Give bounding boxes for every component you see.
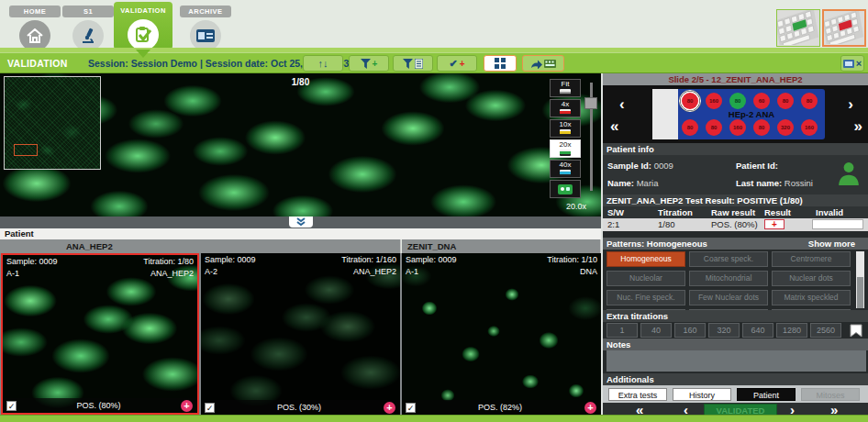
tab-archive-label: ARCHIVE (180, 6, 231, 17)
thumbnail-ana-hep2-1-80[interactable]: Sample: 0009Titration: 1/80 A-1ANA_HEP2 … (1, 253, 199, 415)
thumb-well: A-1 (406, 267, 418, 276)
thumb-sample: Sample: 0009 (205, 255, 256, 264)
thumb-result: POS. (82%) (416, 403, 584, 412)
thumb-checkbox[interactable]: ✓ (205, 403, 215, 413)
keyboard-reject-red-button[interactable] (822, 9, 866, 47)
tab-validation[interactable]: VALIDATION (114, 2, 172, 50)
well-10[interactable]: 80 (753, 119, 770, 136)
bookmark-icon[interactable] (850, 324, 862, 338)
first-slide-arrow[interactable]: « (610, 120, 618, 133)
titration-1-button[interactable]: 1 (606, 323, 638, 338)
pattern-nuclear-dots-button[interactable]: Nuclear dots (772, 271, 851, 286)
zoom-fit-button[interactable]: Fit (550, 79, 581, 97)
titration-2560-button[interactable]: 2560 (810, 323, 841, 338)
titration-160-button[interactable]: 160 (674, 323, 706, 338)
raw-result-value: POS. (80%) (711, 219, 758, 229)
pattern-coarse-speck-button[interactable]: Coarse speck. (689, 251, 768, 267)
slide-label-area (652, 89, 678, 139)
add-result-button[interactable]: + (584, 402, 596, 414)
patterns-scrollbar-thumb[interactable] (857, 277, 863, 308)
name-value: Maria (637, 178, 659, 188)
tab-s1[interactable]: S1 (62, 6, 114, 48)
thumb-checkbox[interactable]: ✓ (6, 401, 17, 411)
pattern-centromere-button[interactable]: Centromere (772, 251, 851, 267)
patient-button[interactable]: Patient (737, 388, 796, 401)
right-panel: Slide 2/5 - 12_ZENIT_ANA_HEP2 ‹ « › » HE… (601, 73, 868, 415)
well-3[interactable]: 80 (729, 93, 746, 109)
well-9[interactable]: 160 (729, 119, 746, 136)
notes-input[interactable] (606, 350, 866, 372)
well-8[interactable]: 80 (706, 119, 722, 136)
prev-slide-arrow[interactable]: ‹ (619, 98, 625, 111)
titration-40-button[interactable]: 40 (640, 323, 672, 338)
mitoses-button[interactable]: Mitoses (801, 388, 860, 401)
last-slide-arrow[interactable]: » (854, 120, 862, 133)
pattern-few-nuclear-dots-button[interactable]: Few Nuclear dots (689, 290, 768, 305)
well-6[interactable]: 80 (801, 93, 818, 109)
sw-value: 2:1 (607, 219, 619, 229)
zoom-40x-button[interactable]: 40x (550, 160, 581, 178)
well-12[interactable]: 160 (801, 119, 818, 136)
well-5[interactable]: 80 (777, 93, 794, 109)
well-4[interactable]: 60 (753, 93, 770, 109)
pattern-button-clipped[interactable] (689, 309, 768, 310)
next-slide-arrow[interactable]: › (848, 98, 853, 111)
patient-info-header: Patient info (603, 143, 868, 155)
pattern-button-clipped[interactable] (606, 309, 685, 310)
viewer-navigator-minimap[interactable] (4, 76, 101, 170)
titration-320-button[interactable]: 320 (708, 323, 740, 338)
archive-reader-icon (190, 20, 221, 51)
add-result-button[interactable]: + (181, 400, 193, 412)
test-group-header-zenit-dna: ZENIT_DNA (402, 239, 601, 253)
filter-list-button[interactable] (393, 55, 433, 72)
thumbnail-ana-hep2-1-160[interactable]: Sample: 0009Titration: 1/160 A-2ANA_HEP2… (201, 253, 400, 415)
pattern-homogeneous-button[interactable]: Homogeneous (606, 251, 685, 267)
show-more-link[interactable]: Show more (808, 238, 855, 250)
pattern-nucleolar-button[interactable]: Nucleolar (606, 271, 685, 286)
pattern-mitochondrial-button[interactable]: Mitochondrial (689, 271, 768, 286)
main-toolbar: VALIDATION Session: Session Demo | Sessi… (0, 52, 868, 73)
invalid-checkbox[interactable] (812, 219, 863, 229)
history-button[interactable]: History (673, 388, 731, 401)
pattern-matrix-speckled-button[interactable]: Matrix speckled (772, 290, 851, 305)
well-11[interactable]: 320 (777, 119, 794, 136)
titration-1280-button[interactable]: 1280 (776, 323, 807, 338)
pattern-button-clipped[interactable] (772, 309, 851, 310)
zoom-10x-button[interactable]: 10x (550, 119, 581, 138)
titration-640-button[interactable]: 640 (742, 323, 773, 338)
sort-button[interactable]: ↑↓ (303, 55, 343, 72)
thumb-titration: Titration: 1/10 (547, 255, 597, 264)
patient-person-icon[interactable] (837, 160, 861, 187)
zoom-20x-button[interactable]: 20x (550, 139, 581, 158)
add-result-button[interactable]: + (384, 402, 395, 414)
zoom-slider-thumb[interactable] (584, 97, 597, 109)
well-7[interactable]: 80 (682, 119, 698, 136)
thumb-checkbox[interactable]: ✓ (406, 403, 416, 413)
slide-graphic: HEp-2 ANA 80 160 80 60 80 80 80 80 160 8… (652, 89, 825, 139)
extra-tests-button[interactable]: Extra tests (608, 388, 667, 401)
thumb-titration: Titration: 1/160 (341, 255, 396, 264)
navigator-viewport-rect[interactable] (14, 144, 38, 156)
objective-4x-icon (560, 109, 571, 116)
thumb-test: DNA (580, 267, 597, 276)
well-1[interactable]: 80 (682, 93, 698, 109)
add-filter-button[interactable]: + (349, 55, 389, 72)
grid-view-button[interactable] (484, 55, 517, 72)
result-positive-box[interactable]: + (764, 219, 785, 229)
thumbnail-zenit-dna-1-10[interactable]: Sample: 0009Titration: 1/10 A-1DNA ✓ POS… (402, 253, 601, 415)
close-keyboard-button[interactable]: × (840, 55, 864, 72)
tab-home[interactable]: HOME (9, 6, 61, 48)
well-2[interactable]: 160 (706, 93, 722, 109)
send-to-keyboard-button[interactable] (522, 55, 564, 72)
main-microscopy-viewer[interactable]: 1/80 Fit 4x 10x 20x 40x 20.0x (0, 73, 601, 217)
pattern-nuc-fine-speck-button[interactable]: Nuc. Fine speck. (606, 290, 685, 305)
validate-add-button[interactable]: ✔+ (437, 55, 477, 72)
tab-s1-label: S1 (62, 6, 114, 17)
thumb-titration: Titration: 1/80 (143, 257, 194, 266)
sort-arrows-icon: ↑↓ (318, 58, 328, 69)
keyboard-validate-green-button[interactable] (776, 9, 820, 47)
camera-capture-button[interactable] (550, 180, 581, 198)
tab-archive[interactable]: ARCHIVE (180, 6, 231, 48)
collapse-panel-button[interactable] (289, 217, 313, 228)
zoom-4x-button[interactable]: 4x (550, 99, 581, 117)
